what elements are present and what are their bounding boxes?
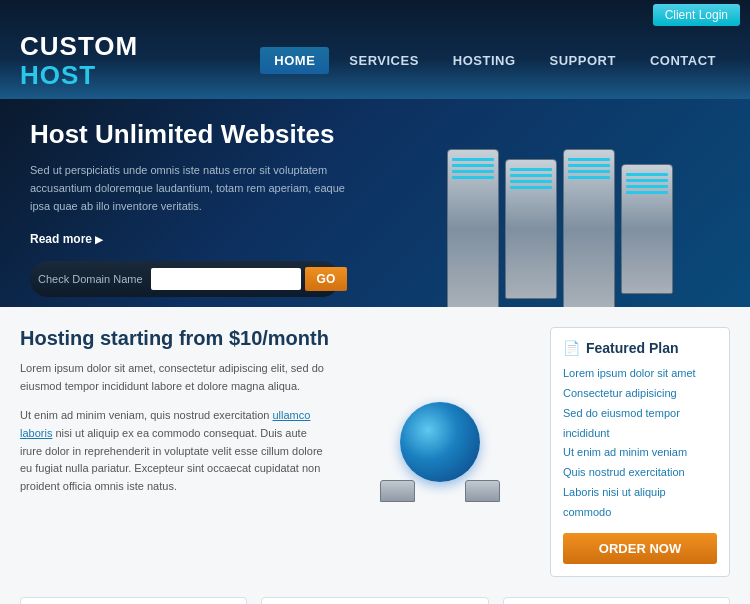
order-now-button[interactable]: ORDER NOW <box>563 533 717 564</box>
hosting-desc2: Ut enim ad minim veniam, quis nostrud ex… <box>20 407 330 495</box>
domain-go-button[interactable]: GO <box>305 267 348 291</box>
hero-section: Host Unlimited Websites Sed ut perspicia… <box>0 99 750 307</box>
hosting-title: Hosting starting from $10/month <box>20 327 330 350</box>
main-content: Hosting starting from $10/month Lorem ip… <box>0 307 750 604</box>
hosting-globe-graphic <box>350 327 530 576</box>
nav-hosting[interactable]: HOSTING <box>439 47 530 74</box>
globe-sphere <box>400 402 480 482</box>
nav-contact[interactable]: CONTACT <box>636 47 730 74</box>
plan-item-6[interactable]: Laboris nisi ut aliquip commodo <box>563 483 717 523</box>
laptop-left <box>380 480 415 502</box>
nav-services[interactable]: SERVICES <box>335 47 433 74</box>
plan-item-3[interactable]: Sed do eiusmod tempor incididunt <box>563 404 717 444</box>
hero-description: Sed ut perspiciatis unde omnis iste natu… <box>30 162 350 215</box>
featured-plan-items: Lorem ipsum dolor sit amet Consectetur a… <box>563 364 717 522</box>
nav-area: Custom HOSt HOME SERVICES HOSTING SUPPOR… <box>0 26 750 99</box>
logo-host-text: HOSt <box>20 61 180 90</box>
hosting-section: Hosting starting from $10/month Lorem ip… <box>20 327 730 576</box>
step-card-3: Step 03 Porro quisquam est, qui dolorem … <box>503 597 730 604</box>
step-card-2: Step 02 Neque porro quisquam est, qui do… <box>261 597 488 604</box>
server-tower-4 <box>621 164 673 294</box>
step-card-1: Step 01 Neque porro quisquam est, qui do… <box>20 597 247 604</box>
hosting-desc1: Lorem ipsum dolor sit amet, consectetur … <box>20 360 330 395</box>
server-tower-2 <box>505 159 557 299</box>
header: Client Login Custom HOSt HOME SERVICES H… <box>0 0 750 99</box>
featured-plan-title: Featured Plan <box>563 340 717 356</box>
plan-item-4[interactable]: Ut enim ad minim veniam <box>563 443 717 463</box>
laptop-right <box>465 480 500 502</box>
hero-servers-graphic <box>380 109 740 307</box>
domain-label: Check Domain Name <box>38 273 143 285</box>
server-tower-3 <box>563 149 615 307</box>
logo-custom-text: Custom <box>20 32 180 61</box>
hosting-left: Hosting starting from $10/month Lorem ip… <box>20 327 330 576</box>
server-tower-1 <box>447 149 499 307</box>
plan-item-2[interactable]: Consectetur adipisicing <box>563 384 717 404</box>
client-login-button[interactable]: Client Login <box>653 4 740 26</box>
domain-search-bar: Check Domain Name GO <box>30 261 340 297</box>
domain-input[interactable] <box>151 268 301 290</box>
plan-item-1[interactable]: Lorem ipsum dolor sit amet <box>563 364 717 384</box>
hero-text: Host Unlimited Websites Sed ut perspicia… <box>30 119 350 247</box>
featured-plan-card: Featured Plan Lorem ipsum dolor sit amet… <box>550 327 730 576</box>
top-bar: Client Login <box>0 0 750 26</box>
steps-section: Step 01 Neque porro quisquam est, qui do… <box>20 597 730 604</box>
read-more-link[interactable]: Read more <box>30 232 103 246</box>
plan-item-5[interactable]: Quis nostrud exercitation <box>563 463 717 483</box>
nav-home[interactable]: HOME <box>260 47 329 74</box>
logo: Custom HOSt <box>20 32 180 89</box>
hosting-link[interactable]: ullamco laboris <box>20 409 310 439</box>
nav-support[interactable]: SUPPORT <box>536 47 630 74</box>
main-nav: HOME SERVICES HOSTING SUPPORT CONTACT <box>260 47 730 74</box>
hero-title: Host Unlimited Websites <box>30 119 350 150</box>
globe-visual <box>380 392 500 512</box>
